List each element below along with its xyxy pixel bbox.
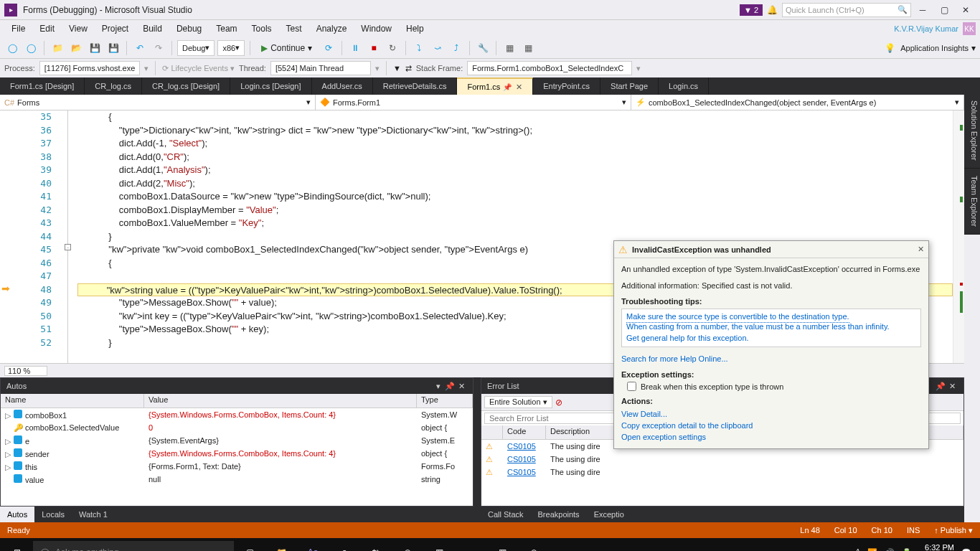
panel-close-icon[interactable]: ✕ [456,382,467,391]
menu-build[interactable]: Build [136,22,169,35]
task-explorer-icon[interactable]: 📁 [265,538,297,551]
break-checkbox[interactable]: Break when this exception type is thrown [627,382,921,391]
nav-class[interactable]: 🔶Forms.Form1▾ [316,95,631,110]
menu-test[interactable]: Test [279,22,309,35]
autos-row[interactable]: ▷e{System.EventArgs}System.E [1,434,473,447]
new-project-button[interactable]: 📁 [50,40,65,56]
panel-pin-icon[interactable]: 📌 [444,382,456,391]
tab-login[interactable]: Login.cs [659,77,709,95]
tray-volume-icon[interactable]: 🔊 [885,548,895,552]
pin-icon[interactable]: 📌 [503,83,512,91]
autos-row[interactable]: 🔑comboBox1.SelectedValue0object { [1,421,473,434]
save-button[interactable]: 💾 [87,40,103,56]
tab-form1-active[interactable]: Form1.cs📌✕ [457,77,533,95]
save-all-button[interactable]: 💾 [105,40,121,56]
action-open-settings[interactable]: Open exception settings [621,431,921,443]
btab-breakpoints[interactable]: Breakpoints [531,507,587,522]
menu-team[interactable]: Team [209,22,244,35]
tab-entrypoint[interactable]: EntryPoint.cs [533,77,600,95]
step-into-button[interactable]: ⤵ [411,40,427,56]
app-insights-label[interactable]: Application Insights [900,44,969,52]
open-button[interactable]: 📂 [68,40,84,56]
task-app3-icon[interactable]: ◉ [518,538,550,551]
minimize-button[interactable]: ─ [913,3,933,17]
btab-locals[interactable]: Locals [34,507,72,522]
refresh-button[interactable]: ⟳ [321,40,336,56]
action-copy[interactable]: Copy exception detail to the clipboard [621,420,921,431]
task-edge-icon[interactable]: e [329,538,360,551]
zoom-dropdown[interactable]: 110 % [4,366,47,376]
autos-row[interactable]: ▷sender{System.Windows.Forms.ComboBox, I… [1,447,473,460]
lifecycle-dropdown[interactable]: ⟳ Lifecycle Events ▾ [162,64,235,73]
stackframe-dropdown[interactable]: Forms.Form1.comboBox1_SelectedIndexC [467,61,632,75]
step-out-button[interactable]: ⤴ [448,40,464,56]
menu-project[interactable]: Project [95,22,136,35]
maximize-button[interactable]: ▢ [934,3,954,17]
layout2-icon[interactable]: ▦ [520,40,536,56]
cortana-search[interactable]: ◯ Ask me anything [33,541,234,551]
task-vs-icon[interactable]: ▸ [455,538,486,551]
tools-icon[interactable]: 🔧 [475,40,491,56]
menu-file[interactable]: File [4,22,32,35]
pause-button[interactable]: ⏸ [347,40,363,56]
notifications-icon[interactable]: 🔔 [767,5,778,15]
tray-up-icon[interactable]: ˄ [856,548,860,552]
btab-callstack[interactable]: Call Stack [481,507,531,522]
task-view-icon[interactable]: ▢ [234,538,265,551]
feedback-button[interactable]: ▼ 2 [740,4,763,16]
layout-icon[interactable]: ▦ [501,40,517,56]
nav-member[interactable]: ⚡comboBox1_SelectedIndexChanged(object s… [631,95,964,110]
restart-button[interactable]: ↻ [385,40,400,56]
close-button[interactable]: ✕ [956,3,976,17]
action-view-detail[interactable]: View Detail... [621,408,921,420]
user-name[interactable]: K.V.R.Vijay Kumar [894,24,958,33]
start-button[interactable]: ⊞ [1,538,33,551]
team-explorer-tab[interactable]: Team Explorer [964,169,980,235]
user-avatar[interactable]: KK [963,22,976,35]
tray-battery-icon[interactable]: 🔋 [902,548,912,552]
tip-link-0[interactable]: Make sure the source type is convertible… [626,311,849,323]
error-count-icon[interactable]: ⊘ [555,397,562,408]
status-publish[interactable]: ↑ Publish ▾ [934,526,973,535]
system-tray[interactable]: ˄ 📶 🔊 🔋 6:32 PM 1/15/2017 💬 [856,543,979,551]
task-app2-icon[interactable]: ▦ [486,538,518,551]
menu-edit[interactable]: Edit [32,22,62,35]
tip-link-2[interactable]: Get general help for this exception. [626,332,916,344]
autos-row[interactable]: ▷comboBox1{System.Windows.Forms.ComboBox… [1,408,473,421]
quick-launch-input[interactable]: Quick Launch (Ctrl+Q)🔍 [782,3,911,17]
tray-wifi-icon[interactable]: 📶 [867,548,877,552]
autos-row[interactable]: ▷this{Forms.Form1, Text: Date}Forms.Fo [1,460,473,473]
nav-fwd-button[interactable]: ◯ [23,40,39,56]
autos-row[interactable]: valuenullstring [1,473,473,486]
panel-close-icon[interactable]: ✕ [946,382,958,391]
tab-retrieve[interactable]: RetrieveDetails.cs [373,77,458,95]
btab-autos[interactable]: Autos [0,507,34,522]
process-dropdown[interactable]: [11276] Forms.vshost.exe [39,61,141,75]
tab-adduser[interactable]: AddUser.cs [312,77,373,95]
tab-crlog[interactable]: CR_log.cs [85,77,142,95]
filter-icon[interactable]: ▼ [393,64,401,72]
panel-dropdown-icon[interactable]: ▾ [433,382,444,391]
panel-pin-icon[interactable]: 📌 [935,382,946,391]
task-store-icon[interactable]: 🛍 [360,538,392,551]
continue-button[interactable]: ▶Continue ▾ [255,42,318,55]
step-over-button[interactable]: ⤻ [430,40,446,56]
platform-dropdown[interactable]: x86 ▾ [217,40,245,56]
btab-watch[interactable]: Watch 1 [72,507,115,522]
tip-link-1[interactable]: When casting from a number, the value mu… [626,321,916,332]
swap-icon[interactable]: ⇄ [405,64,412,73]
overview-ruler[interactable] [953,110,964,363]
task-ae-icon[interactable]: Ae [297,538,329,551]
clock[interactable]: 6:32 PM 1/15/2017 [919,543,954,551]
nav-scope[interactable]: C#Forms▾ [0,95,316,110]
stop-button[interactable]: ■ [366,40,382,56]
undo-button[interactable]: ↶ [132,40,148,56]
menu-analyze[interactable]: Analyze [309,22,354,35]
popup-close-button[interactable]: ✕ [918,245,924,254]
tab-form1-design[interactable]: Form1.cs [Design] [0,77,85,95]
error-row[interactable]: ⚠CS0105The using dire [481,466,963,479]
nav-back-button[interactable]: ◯ [4,40,20,56]
app-insights-icon[interactable]: 💡 [882,40,897,56]
menu-view[interactable]: View [62,22,95,35]
search-help-link[interactable]: Search for more Help Online... [621,353,921,364]
